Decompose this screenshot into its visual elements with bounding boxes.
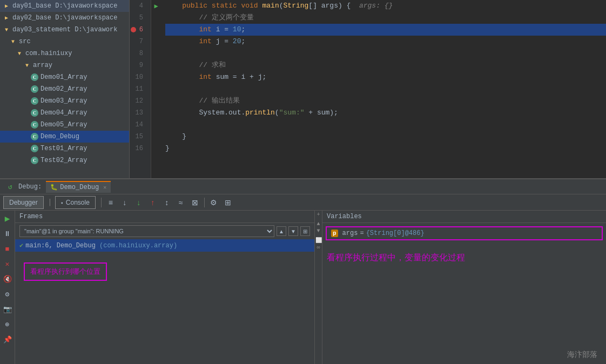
code-line-16: } (165, 143, 606, 154)
var-value: {String[0]@486} (366, 230, 425, 237)
tree-item-demo03[interactable]: C Demo03_Array (0, 95, 129, 107)
tree-item-demo04[interactable]: C Demo04_Array (0, 107, 129, 119)
java-file-icon: C (30, 144, 39, 153)
var-name: args (342, 230, 358, 237)
tree-label: Demo03_Array (41, 97, 87, 105)
folder-icon: ▼ (15, 49, 24, 58)
line-numbers: 4 5 6 7 8 9 10 11 12 13 14 15 16 (130, 0, 151, 178)
code-line-8 (165, 48, 606, 59)
console-tab-btn[interactable]: ▪ Console (55, 196, 96, 209)
tree-item-com[interactable]: ▼ com.hainiuxy (0, 48, 129, 59)
tree-item-day01[interactable]: ▶ day01_base D:\javaworkspace (0, 0, 129, 12)
tree-item-src[interactable]: ▼ src (0, 36, 129, 48)
folder-icon: ▼ (2, 25, 11, 34)
frame-entry: main:6, Demo_Debug (com.hainiuxy.array) (25, 242, 177, 250)
code-line-7: int j = 20; (165, 36, 606, 48)
variables-scroll-bar: + ▲ ▼ ⬜ ∞ (315, 211, 322, 364)
toolbar-sep-2 (204, 198, 205, 207)
debug-rerun-btn[interactable]: ↺ (4, 181, 16, 193)
line-num-16: 16 (130, 143, 146, 154)
line-num-4: 4 (130, 0, 146, 12)
tree-item-array[interactable]: ▼ array (0, 59, 129, 71)
step-over-btn[interactable]: ↓ (119, 197, 131, 208)
settings2-btn[interactable]: ⚙ (2, 288, 14, 300)
pause-btn[interactable]: ⏸ (2, 228, 14, 240)
camera-btn[interactable]: 📷 (2, 304, 14, 315)
tree-item-demo05[interactable]: C Demo05_Array (0, 119, 129, 131)
line-num-8: 8 (130, 48, 146, 59)
folder-icon: ▼ (9, 37, 17, 46)
tree-item-demo02[interactable]: C Demo02_Array (0, 83, 129, 95)
gutter-empty-5 (151, 12, 161, 24)
scroll-down-btn[interactable]: ▼ (315, 228, 322, 234)
debug-tab-close[interactable]: ✕ (103, 184, 106, 191)
code-line-9: // 求和 (165, 59, 606, 71)
tree-label: src (19, 38, 31, 45)
debug-title-tab[interactable]: 🐛 Demo_Debug ✕ (46, 181, 111, 193)
layout-btn[interactable]: ⊞ (222, 197, 234, 208)
folder-icon: ▶ (2, 2, 11, 10)
file-tree: ▶ day01_base D:\javaworkspace ▶ day02_ba… (0, 0, 130, 178)
stop-btn[interactable]: ■ (2, 243, 14, 255)
java-file-icon: C (30, 85, 39, 93)
code-editor: 4 5 6 7 8 9 10 11 12 13 14 15 16 ▶ (130, 0, 606, 178)
watermark: 海汴部落 (567, 350, 597, 360)
trace-btn[interactable]: ⊠ (189, 197, 201, 208)
java-file-icon: C (30, 73, 39, 82)
scroll-infinity-btn[interactable]: ∞ (315, 245, 322, 251)
thread-filter-btn[interactable]: ⊞ (300, 226, 310, 236)
mute-btn[interactable]: 🔇 (2, 273, 14, 285)
step-into-btn[interactable]: ↓ (133, 197, 145, 208)
annotation-frames-area: 看程序执行到哪个位置 (15, 252, 314, 292)
tree-label: Test01_Array (41, 145, 87, 152)
scroll-copy-btn[interactable]: ⬜ (315, 237, 322, 244)
tree-item-day03[interactable]: ▼ day03_statement D:\javawork (0, 24, 129, 36)
debug-label: Debug: (18, 183, 42, 191)
tree-item-demo01[interactable]: C Demo01_Array (0, 71, 129, 83)
pin-btn[interactable]: 📌 (2, 334, 14, 346)
tree-item-day02[interactable]: ▶ day02_base D:\javaworkspace (0, 12, 129, 24)
debugger-tab-btn[interactable]: Debugger (3, 196, 44, 209)
run-gutter: ▶ (151, 0, 161, 178)
step-out-btn[interactable]: ↑ (147, 197, 159, 208)
annotation-vars-area: 看程序执行过程中，变量的变化过程 (322, 244, 606, 272)
scroll-expand-btn[interactable]: + (315, 212, 322, 218)
gear2-btn[interactable]: ⊕ (2, 319, 14, 331)
java-file-icon: C (30, 132, 39, 141)
settings-btn[interactable]: ⚙ (208, 197, 220, 208)
tree-label: day02_base D:\javaworkspace (12, 14, 117, 22)
code-line-14 (165, 119, 606, 131)
toolbar-separator-icon: │ (48, 199, 52, 206)
console-icon: ▪ (61, 200, 63, 206)
line-num-5: 5 (130, 12, 146, 24)
gutter-empty-11 (151, 83, 161, 95)
variables-main: Variables p args = {String[0]@486} 看程序执行… (322, 211, 606, 364)
tree-item-test02[interactable]: C Test02_Array (0, 154, 129, 166)
gutter-empty-6 (151, 24, 161, 36)
resume-btn[interactable]: ▶ (2, 213, 14, 225)
debug-header: ↺ Debug: 🐛 Demo_Debug ✕ (0, 179, 606, 194)
run-to-cursor-btn[interactable]: ↕ (161, 197, 173, 208)
thread-down-btn[interactable]: ▼ (288, 226, 298, 236)
thread-select[interactable]: "main"@1 in group "main": RUNNING (19, 225, 274, 237)
var-equals: = (360, 230, 363, 237)
show-execution-point-btn[interactable]: ≡ (105, 197, 117, 208)
debug-panel: ↺ Debug: 🐛 Demo_Debug ✕ Debugger │ ▪ Con… (0, 178, 606, 364)
breakpoint-indicator (131, 27, 136, 32)
variables-title: Variables (322, 211, 606, 223)
tree-label: Test02_Array (41, 157, 87, 164)
evaluate-btn[interactable]: ≈ (175, 197, 187, 208)
variables-content: + ▲ ▼ ⬜ ∞ Variables p args = {String[0]@… (315, 211, 606, 364)
disconnect-btn[interactable]: ✕ (2, 258, 14, 270)
frame-item-main[interactable]: ✔ main:6, Demo_Debug (com.hainiuxy.array… (15, 239, 314, 252)
variable-args: p args = {String[0]@486} (326, 226, 603, 240)
line-num-14: 14 (130, 119, 146, 131)
tree-item-demo-debug[interactable]: C Demo_Debug (0, 131, 129, 143)
thread-up-btn[interactable]: ▲ (277, 226, 286, 236)
side-actions: ▶ ⏸ ■ ✕ 🔇 ⚙ 📷 ⊕ 📌 (0, 211, 15, 364)
annotation-vars-text: 看程序执行过程中，变量的变化过程 (327, 253, 465, 263)
scroll-up-btn[interactable]: ▲ (315, 221, 322, 227)
code-line-6: int i = 10; (165, 24, 606, 36)
variables-panel: + ▲ ▼ ⬜ ∞ Variables p args = {String[0]@… (315, 211, 606, 364)
tree-item-test01[interactable]: C Test01_Array (0, 143, 129, 154)
